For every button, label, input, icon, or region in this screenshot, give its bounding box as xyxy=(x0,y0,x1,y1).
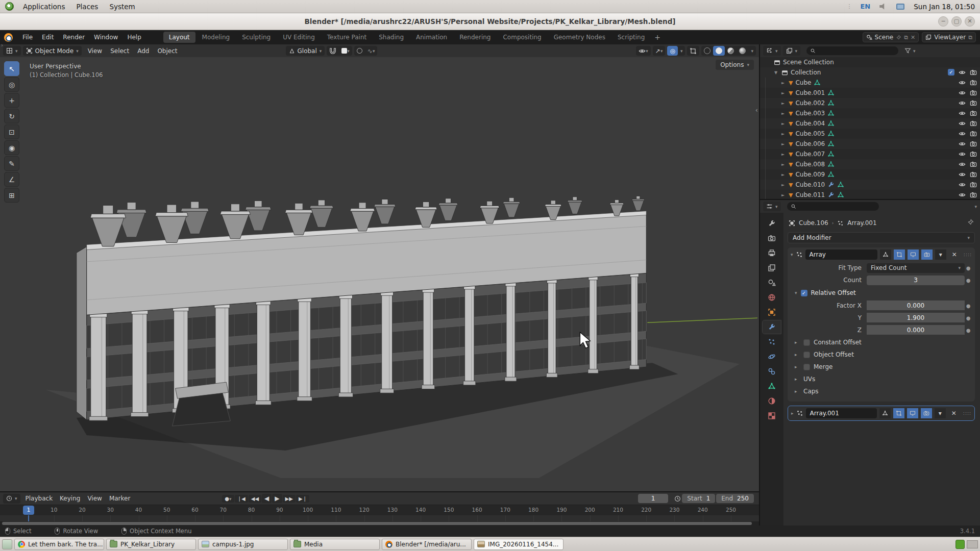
count-field[interactable]: 3 xyxy=(867,276,965,285)
expand-arrow-icon[interactable]: ► xyxy=(780,81,786,85)
collapse-arrow-icon[interactable]: ▼ xyxy=(773,70,779,75)
outliner-object-row[interactable]: ► ▼ Cube.006 xyxy=(760,139,980,149)
shading-solid[interactable] xyxy=(713,46,725,56)
properties-tab-data[interactable] xyxy=(763,380,781,393)
3d-viewport-canvas[interactable]: User Perspective (1) Collection | Cube.1… xyxy=(0,57,759,491)
properties-editor-type-button[interactable]: ▾ xyxy=(763,202,781,211)
disable-render-camera-icon[interactable] xyxy=(970,99,977,107)
outliner-search-input[interactable] xyxy=(806,46,898,55)
playhead[interactable]: 1 xyxy=(23,506,34,515)
show-object-types-dropdown[interactable]: ▾ xyxy=(636,46,651,56)
app-menu-item[interactable]: Render xyxy=(58,33,89,42)
edit-mode-display-toggle[interactable] xyxy=(880,249,891,260)
workspace-tab[interactable]: Shading xyxy=(373,32,409,43)
new-scene-icon[interactable]: ⧉ xyxy=(904,34,908,41)
expand-arrow-icon[interactable]: ► xyxy=(780,183,786,187)
frame-end-field[interactable]: End 250 xyxy=(716,494,754,503)
shading-wireframe[interactable] xyxy=(701,46,713,56)
realtime-display-toggle[interactable] xyxy=(908,249,919,260)
workspace-tab[interactable]: Sculpting xyxy=(236,32,276,43)
delete-modifier-button[interactable]: ✕ xyxy=(948,408,960,418)
proportional-edit-toggle[interactable] xyxy=(354,46,365,56)
collection-checkbox[interactable]: ✓ xyxy=(948,69,954,76)
timeline-menu-item[interactable]: Playback xyxy=(22,494,56,503)
outliner-object-row[interactable]: ► ▼ Cube.002 xyxy=(760,98,980,108)
blender-logo-icon[interactable] xyxy=(4,33,13,42)
outliner-object-row[interactable]: ► ▼ Cube.008 xyxy=(760,159,980,169)
expand-arrow-icon[interactable]: ► xyxy=(780,91,786,95)
pin-icon[interactable] xyxy=(896,35,901,40)
animate-property-dot[interactable]: ● xyxy=(965,303,972,309)
ruler-expand-icon[interactable]: › xyxy=(1,42,3,48)
outliner-object-row[interactable]: ► ▼ Cube.009 xyxy=(760,169,980,180)
taskbar-window-button[interactable]: IMG_20260116_1454... xyxy=(474,539,564,550)
taskbar-window-button[interactable]: PK_Kelkar_Library xyxy=(106,539,196,550)
animate-property-dot[interactable]: ● xyxy=(965,328,972,333)
modifier-subsection[interactable]: ▸ Constant Offset xyxy=(788,336,975,348)
modifier-extras-dropdown[interactable]: ▾ xyxy=(935,408,946,418)
properties-tab-object[interactable] xyxy=(763,306,781,319)
playhead-line[interactable] xyxy=(28,515,29,521)
outliner-object-row[interactable]: ► ▼ Cube xyxy=(760,78,980,88)
disable-render-camera-icon[interactable] xyxy=(970,161,977,168)
tool-button-scale[interactable]: ⊡ xyxy=(4,124,19,139)
play-button[interactable]: ▶ xyxy=(272,494,282,503)
relative-offset-checkbox[interactable]: ✓ xyxy=(801,290,807,296)
filter-funnel-icon[interactable] xyxy=(904,47,911,54)
workspace-tab[interactable]: Rendering xyxy=(454,32,496,43)
properties-tab-particles[interactable] xyxy=(763,335,781,348)
next-keyframe-button[interactable]: ▶▶ xyxy=(283,495,296,503)
collapse-arrow-icon[interactable]: ▾ xyxy=(791,252,793,257)
outliner-object-row[interactable]: ► ▼ Cube.010 xyxy=(760,180,980,190)
mode-selector[interactable]: Object Mode ▾ xyxy=(23,46,82,56)
expand-arrow-icon[interactable]: ► xyxy=(780,172,786,177)
snap-toggle[interactable] xyxy=(327,46,339,56)
on-cage-toggle[interactable] xyxy=(894,249,905,260)
expand-arrow-icon[interactable]: ► xyxy=(780,121,786,126)
desktop-menu-item[interactable]: System xyxy=(109,3,135,11)
properties-tab-physics[interactable] xyxy=(763,350,781,363)
taskbar-window-button[interactable]: Media xyxy=(290,539,380,550)
shading-rendered[interactable] xyxy=(737,46,748,56)
region-collapse-handle[interactable]: ‹ xyxy=(755,106,758,114)
keyboard-layout-indicator[interactable]: EN xyxy=(860,3,870,10)
tool-button-measure[interactable]: ∠ xyxy=(4,172,19,187)
expand-arrow-icon[interactable]: ▸ xyxy=(791,411,794,416)
workspace-tab[interactable]: Compositing xyxy=(497,32,547,43)
outliner-display-mode-button[interactable]: ▾ xyxy=(783,46,801,56)
relative-offset-section[interactable]: ▾ ✓ Relative Offset xyxy=(788,286,975,299)
properties-tab-modifiers[interactable] xyxy=(763,320,781,334)
scrollbar-thumb[interactable] xyxy=(2,522,752,525)
add-modifier-button[interactable]: Add Modifier ▾ xyxy=(788,232,975,243)
outliner-row-collection[interactable]: ▼ Collection ✓ xyxy=(760,67,980,78)
desktop-menu-item[interactable]: Applications xyxy=(23,3,65,11)
play-reverse-button[interactable]: ◀ xyxy=(262,494,272,503)
realtime-display-toggle[interactable] xyxy=(907,408,918,418)
delete-modifier-button[interactable]: ✕ xyxy=(949,249,960,260)
properties-tab-world[interactable] xyxy=(763,291,781,304)
modifier-subsection[interactable]: ▸ Caps xyxy=(788,385,975,397)
timeline-menu-item[interactable]: View xyxy=(84,494,105,503)
workspace-tab[interactable]: Scripting xyxy=(612,32,650,43)
hide-eye-icon[interactable] xyxy=(959,69,966,76)
disable-render-camera-icon[interactable] xyxy=(970,130,977,137)
hide-eye-icon[interactable] xyxy=(959,130,966,137)
modifier-name-field[interactable]: Array.001 xyxy=(806,408,877,418)
workspace-tab[interactable]: Modeling xyxy=(197,32,236,43)
shading-dropdown[interactable]: ▾ xyxy=(748,46,756,56)
modifier-subsection[interactable]: ▸ UVs xyxy=(788,373,975,385)
render-display-toggle[interactable] xyxy=(921,408,932,418)
tool-button-move[interactable]: + xyxy=(4,93,19,108)
auto-keying-button[interactable]: ●▾ xyxy=(222,495,234,503)
desktop-menu-item[interactable]: Places xyxy=(76,3,98,11)
disable-render-camera-icon[interactable] xyxy=(970,79,977,86)
tool-button-annotate[interactable]: ✎ xyxy=(4,156,19,171)
render-display-toggle[interactable] xyxy=(921,249,933,260)
maximize-button[interactable]: ▢ xyxy=(951,16,962,27)
timeline-menu-item[interactable]: Keying xyxy=(57,494,83,503)
factor-value-field[interactable]: 0.000 xyxy=(867,325,965,335)
outliner-object-row[interactable]: ► ▼ Cube.005 xyxy=(760,129,980,139)
current-frame-field[interactable]: 1 xyxy=(638,494,669,503)
frame-start-field[interactable]: Start 1 xyxy=(682,494,715,503)
network-monitor-icon[interactable] xyxy=(896,4,904,10)
